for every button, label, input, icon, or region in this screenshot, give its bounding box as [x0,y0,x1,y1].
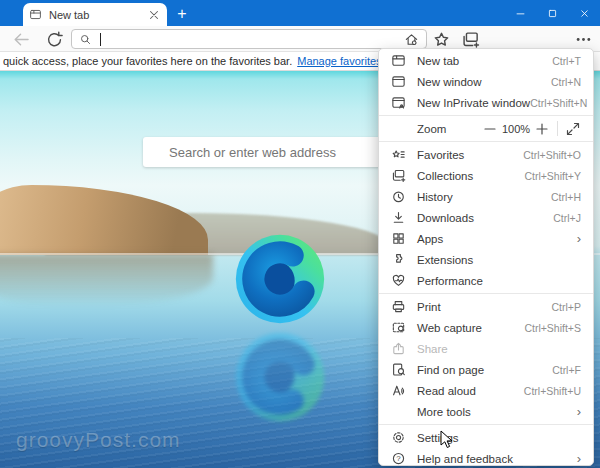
home-settings-icon[interactable] [404,32,419,47]
star-icon [432,30,451,49]
watermark: groovyPost.com [16,428,181,452]
maximize-button[interactable] [536,0,568,26]
zoom-out-button[interactable] [482,121,498,137]
web-capture-icon [391,320,406,335]
maximize-icon [547,8,558,19]
apps-icon [391,231,406,246]
back-arrow-icon [12,30,31,49]
favorites-button[interactable] [432,30,451,49]
edge-logo-reflection [234,331,326,423]
zoom-in-button[interactable] [534,121,550,137]
menu-item-print[interactable]: Print Ctrl+P [379,296,593,317]
zoom-label: Zoom [417,123,482,135]
menu-item-label: Help and feedback [417,453,577,465]
chevron-right-icon: › [577,232,581,245]
menu-item-label: Web capture [417,322,524,334]
tab-title: New tab [49,9,147,21]
menu-item-new-tab[interactable]: New tab Ctrl+T [379,50,593,71]
chevron-right-icon: › [577,405,581,418]
collections-button[interactable] [461,30,480,49]
ellipsis-icon [574,30,593,49]
inprivate-icon [391,95,406,110]
help-icon [391,451,406,466]
menu-item-shortcut: Ctrl+Shift+N [530,97,587,109]
extensions-icon [391,252,406,267]
menu-item-label: Apps [417,233,577,245]
divider [557,121,558,136]
menu-item-label: Favorites [417,149,523,161]
fullscreen-button[interactable] [565,121,581,137]
menu-item-label: Share [417,343,581,355]
collections-icon [461,30,480,49]
minimize-button[interactable] [504,0,536,26]
new-tab-button[interactable]: + [172,4,192,24]
menu-item-extensions[interactable]: Extensions [379,249,593,270]
favorites-icon [391,147,406,162]
zoom-icon-spacer [391,121,406,136]
menu-item-label: Find on page [417,364,552,376]
menu-item-label: History [417,191,551,203]
refresh-icon [45,30,64,49]
tab-close-icon[interactable] [147,8,161,22]
menu-item-label: Print [417,301,552,313]
menu-item-shortcut: Ctrl+Shift+Y [524,170,581,182]
menu-item-read-aloud[interactable]: Read aloud Ctrl+Shift+U [379,380,593,401]
zoom-value: 100% [498,123,534,135]
menu-item-label: More tools [417,406,577,418]
menu-divider [379,141,593,142]
fullscreen-icon [565,121,581,137]
refresh-button[interactable] [45,30,64,49]
menu-item-share: Share [379,338,593,359]
hill-reflection [0,254,213,306]
browser-tab[interactable]: New tab [23,3,167,26]
menu-divider [379,293,593,294]
hill [0,185,208,255]
edge-logo [234,233,326,325]
zoom-controls: 100% [482,121,581,137]
menu-item-label: Read aloud [417,385,524,397]
menu-item-shortcut: Ctrl+J [553,212,581,224]
menu-item-shortcut: Ctrl+H [551,191,581,203]
menu-item-shortcut: Ctrl+N [551,76,581,88]
menu-item-settings[interactable]: Settings [379,427,593,448]
menu-item-new-inprivate-window[interactable]: New InPrivate window Ctrl+Shift+N [379,92,593,113]
menu-item-label: Extensions [417,254,581,266]
close-button[interactable] [568,0,600,26]
menu-item-downloads[interactable]: Downloads Ctrl+J [379,207,593,228]
menu-item-label: Performance [417,275,581,287]
icon-spacer [391,404,406,419]
menu-item-label: Collections [417,170,524,182]
menu-item-apps[interactable]: Apps › [379,228,593,249]
menu-item-shortcut: Ctrl+Shift+O [523,149,581,161]
new-tab-icon [391,53,406,68]
read-aloud-icon [391,383,406,398]
close-icon [579,8,590,19]
print-icon [391,299,406,314]
menu-item-more-tools[interactable]: More tools › [379,401,593,422]
menu-item-performance[interactable]: Performance [379,270,593,291]
menu-item-help-and-feedback[interactable]: Help and feedback › [379,448,593,466]
settings-menu-button[interactable] [574,30,593,49]
back-button [12,30,31,49]
favorites-message: quick access, place your favorites here … [3,55,292,67]
menu-item-label: New InPrivate window [417,97,530,109]
menu-item-label: New tab [417,55,552,67]
menu-item-find-on-page[interactable]: Find on page Ctrl+F [379,359,593,380]
address-input[interactable] [104,30,368,50]
menu-divider [379,115,593,116]
downloads-icon [391,210,406,225]
new-window-icon [391,74,406,89]
menu-item-shortcut: Ctrl+Shift+S [524,322,581,334]
menu-item-new-window[interactable]: New window Ctrl+N [379,71,593,92]
menu-item-collections[interactable]: Collections Ctrl+Shift+Y [379,165,593,186]
menu-item-shortcut: Ctrl+T [552,55,581,67]
menu-item-shortcut: Ctrl+F [552,364,581,376]
minimize-icon [515,8,526,19]
menu-item-history[interactable]: History Ctrl+H [379,186,593,207]
page-icon [29,8,42,21]
menu-item-favorites[interactable]: Favorites Ctrl+Shift+O [379,144,593,165]
chevron-right-icon: › [577,452,581,465]
menu-item-web-capture[interactable]: Web capture Ctrl+Shift+S [379,317,593,338]
address-bar[interactable] [71,29,427,49]
title-bar: New tab + [0,0,600,26]
